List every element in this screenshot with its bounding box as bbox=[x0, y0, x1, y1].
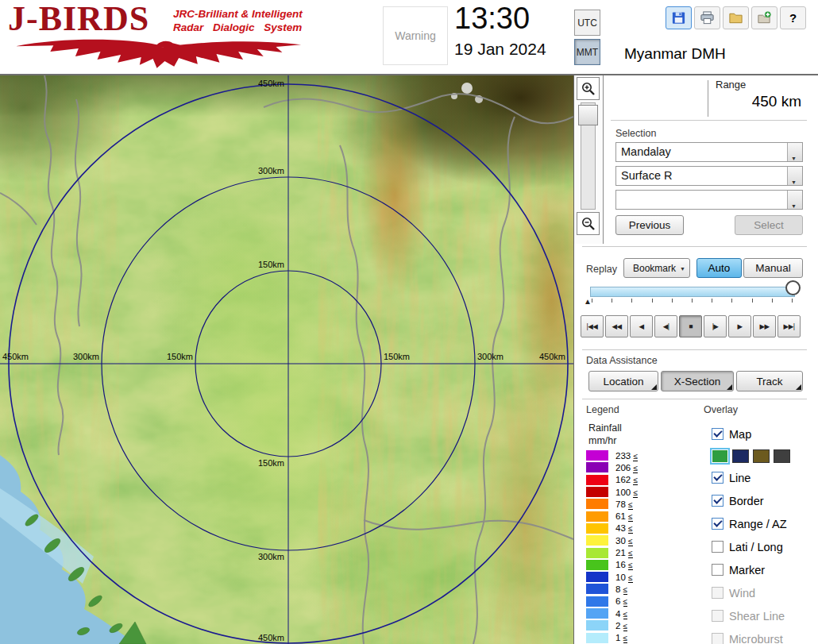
button-label: X-Section bbox=[674, 376, 721, 388]
manual-mode-button[interactable]: Manual bbox=[743, 258, 803, 278]
track-button[interactable]: Track bbox=[736, 371, 803, 391]
legend-value: 2 ≤ bbox=[615, 621, 627, 631]
range-ring-label: 450km bbox=[539, 352, 565, 361]
separator bbox=[582, 349, 807, 350]
legend-entry: 2 ≤ bbox=[586, 619, 681, 631]
legend-entry: 162 ≤ bbox=[586, 474, 681, 486]
printer-icon bbox=[700, 10, 715, 25]
overlay-item-border[interactable]: Border bbox=[704, 489, 818, 512]
replay-fast-rewind-button[interactable]: ◀◀ bbox=[605, 315, 628, 337]
map-color-swatch[interactable] bbox=[774, 449, 790, 463]
less-equal-icon: ≤ bbox=[623, 585, 628, 595]
overlay-item-map[interactable]: Map bbox=[704, 422, 818, 445]
map-color-swatch[interactable] bbox=[732, 449, 749, 463]
legend-unit: mm/hr bbox=[588, 435, 616, 446]
replay-fast-forward-button[interactable]: ▶▶ bbox=[753, 315, 776, 337]
legend-value: 78 ≤ bbox=[615, 499, 633, 509]
map-zoom-controls bbox=[574, 75, 604, 244]
legend-color-swatch bbox=[586, 462, 608, 472]
x-section-button[interactable]: X-Section bbox=[661, 371, 734, 391]
legend-entry: 78 ≤ bbox=[586, 498, 681, 510]
range-ring-label: 300km bbox=[258, 552, 284, 561]
legend-value: 6 ≤ bbox=[615, 596, 627, 606]
option-dropdown[interactable] bbox=[615, 190, 803, 210]
export-button[interactable] bbox=[751, 6, 777, 29]
timeline-tick bbox=[631, 299, 632, 303]
folder-plus-icon bbox=[757, 10, 772, 25]
replay-play-button[interactable]: ▶ bbox=[728, 315, 751, 337]
replay-stop-button[interactable]: ■ bbox=[679, 315, 702, 337]
range-ring-label: 300km bbox=[258, 166, 284, 175]
print-button[interactable] bbox=[694, 6, 720, 29]
clock-time: 13:30 bbox=[454, 2, 530, 36]
check-icon bbox=[713, 518, 722, 526]
overlay-item-lati-long[interactable]: Lati / Long bbox=[704, 535, 818, 558]
chevron-down-icon[interactable] bbox=[787, 167, 802, 185]
chevron-down-icon[interactable] bbox=[787, 191, 802, 209]
overlay-item-range-az[interactable]: Range / AZ bbox=[704, 512, 818, 535]
overlay-section-label: Overlay bbox=[704, 404, 738, 415]
auto-mode-button[interactable]: Auto bbox=[696, 258, 742, 278]
warning-indicator: Warning bbox=[383, 6, 448, 65]
checkbox[interactable] bbox=[712, 564, 723, 576]
legend-entry: 10 ≤ bbox=[586, 571, 681, 583]
bookmark-button[interactable]: Bookmark bbox=[623, 258, 690, 278]
chevron-down-icon[interactable] bbox=[787, 143, 802, 161]
less-equal-icon: ≤ bbox=[633, 452, 638, 461]
less-equal-icon: ≤ bbox=[633, 476, 638, 485]
legend-color-swatch bbox=[586, 633, 608, 643]
checkbox[interactable] bbox=[712, 541, 723, 553]
replay-controls: |◀◀◀◀◀◀|■|▶▶▶▶▶▶| bbox=[581, 315, 809, 337]
legend-color-swatch bbox=[586, 535, 608, 546]
replay-play-reverse-button[interactable]: ◀ bbox=[630, 315, 653, 337]
station-dropdown[interactable]: Mandalay bbox=[615, 142, 803, 162]
open-folder-button[interactable] bbox=[723, 6, 749, 29]
zoom-in-button[interactable] bbox=[577, 77, 600, 100]
mmt-toggle-button[interactable]: MMT bbox=[574, 39, 600, 65]
check-icon bbox=[713, 495, 722, 503]
checked-checkbox[interactable] bbox=[712, 428, 723, 440]
map-color-swatch[interactable] bbox=[753, 449, 770, 463]
timeline-handle[interactable] bbox=[785, 280, 801, 295]
checked-checkbox[interactable] bbox=[712, 495, 723, 507]
corner-menu-indicator-icon bbox=[727, 384, 732, 390]
zoom-out-button[interactable] bbox=[577, 212, 600, 235]
eagle-logo-icon bbox=[10, 37, 307, 71]
legend-entry: 206 ≤ bbox=[586, 461, 681, 473]
legend-value: 30 ≤ bbox=[615, 536, 633, 546]
legend-value: 8 ≤ bbox=[615, 584, 627, 594]
legend-value: 206 ≤ bbox=[615, 463, 638, 472]
data-assistance-buttons: LocationX-SectionTrack bbox=[588, 371, 809, 391]
replay-step-forward-button[interactable]: |▶ bbox=[704, 315, 727, 337]
zoom-slider-handle[interactable] bbox=[578, 105, 598, 125]
save-button[interactable] bbox=[666, 6, 692, 29]
location-button[interactable]: Location bbox=[588, 371, 658, 391]
checked-checkbox[interactable] bbox=[712, 518, 723, 530]
bookmark-button-label: Bookmark bbox=[633, 263, 676, 274]
radar-map-display[interactable]: 450km 300km 150km 150km 300km 450km 450k… bbox=[0, 75, 573, 644]
previous-button[interactable]: Previous bbox=[615, 215, 684, 235]
legend-value: 1 ≤ bbox=[615, 633, 627, 642]
less-equal-icon: ≤ bbox=[628, 512, 633, 522]
legend-entry: 30 ≤ bbox=[586, 534, 681, 546]
overlay-item-marker[interactable]: Marker bbox=[704, 558, 818, 581]
help-button[interactable]: ? bbox=[780, 6, 806, 29]
legend-value: 43 ≤ bbox=[615, 523, 633, 533]
product-dropdown[interactable]: Surface R bbox=[615, 166, 803, 186]
checked-checkbox[interactable] bbox=[712, 472, 723, 484]
control-sidebar: Range 450 km Selection Mandalay Surface … bbox=[573, 75, 818, 644]
replay-step-back-button[interactable]: ◀| bbox=[654, 315, 677, 337]
legend-color-swatch bbox=[586, 572, 608, 582]
map-color-swatch[interactable] bbox=[712, 449, 728, 463]
replay-skip-start-button[interactable]: |◀◀ bbox=[581, 315, 604, 337]
legend-entry: 21 ≤ bbox=[586, 546, 681, 558]
legend-entry: 8 ≤ bbox=[586, 583, 681, 595]
replay-timeline-slider[interactable] bbox=[590, 287, 795, 297]
overlay-item-line[interactable]: Line bbox=[704, 466, 818, 489]
legend-color-swatch bbox=[586, 475, 608, 485]
replay-skip-end-button[interactable]: ▶▶| bbox=[777, 315, 801, 337]
legend-value: 21 ≤ bbox=[615, 548, 633, 557]
legend-entry: 100 ≤ bbox=[586, 486, 681, 498]
range-ring-label: 150km bbox=[258, 458, 284, 468]
utc-toggle-button[interactable]: UTC bbox=[574, 10, 600, 36]
